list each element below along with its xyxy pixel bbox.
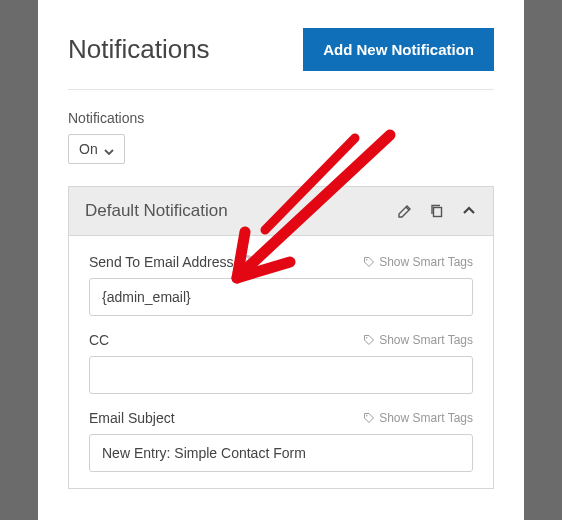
collapse-icon[interactable] [461,203,477,219]
svg-point-3 [366,415,368,417]
card-body: Send To Email Address ? Show Smart Tags … [69,236,493,472]
show-smart-tags-link[interactable]: Show Smart Tags [363,333,473,347]
smart-tags-text: Show Smart Tags [379,255,473,269]
header: Notifications Add New Notification [68,28,494,90]
copy-icon[interactable] [429,203,445,219]
send-to-label-text: Send To Email Address [89,254,234,270]
card-header: Default Notification [69,187,493,236]
notifications-toggle-select[interactable]: On [68,134,125,164]
card-title: Default Notification [85,201,228,221]
cc-label: CC [89,332,109,348]
notifications-toggle-label: Notifications [68,110,494,126]
cc-input[interactable] [89,356,473,394]
field-send-to: Send To Email Address ? Show Smart Tags [89,254,473,316]
tag-icon [363,412,375,424]
edit-icon[interactable] [397,203,413,219]
show-smart-tags-link[interactable]: Show Smart Tags [363,411,473,425]
send-to-input[interactable] [89,278,473,316]
chevron-down-icon [104,144,114,154]
show-smart-tags-link[interactable]: Show Smart Tags [363,255,473,269]
send-to-label: Send To Email Address ? [89,254,254,270]
smart-tags-text: Show Smart Tags [379,333,473,347]
tag-icon [363,256,375,268]
card-actions [397,203,477,219]
svg-point-1 [366,259,368,261]
page-title: Notifications [68,34,210,65]
notification-card: Default Notification Send To Email Addre… [68,186,494,489]
field-cc: CC Show Smart Tags [89,332,473,394]
help-icon[interactable]: ? [240,255,254,269]
svg-point-2 [366,337,368,339]
smart-tags-text: Show Smart Tags [379,411,473,425]
svg-rect-0 [434,208,442,217]
field-subject: Email Subject Show Smart Tags [89,410,473,472]
tag-icon [363,334,375,346]
add-new-notification-button[interactable]: Add New Notification [303,28,494,71]
subject-label: Email Subject [89,410,175,426]
notifications-toggle-value: On [79,141,98,157]
settings-panel: Notifications Add New Notification Notif… [38,0,524,520]
subject-input[interactable] [89,434,473,472]
